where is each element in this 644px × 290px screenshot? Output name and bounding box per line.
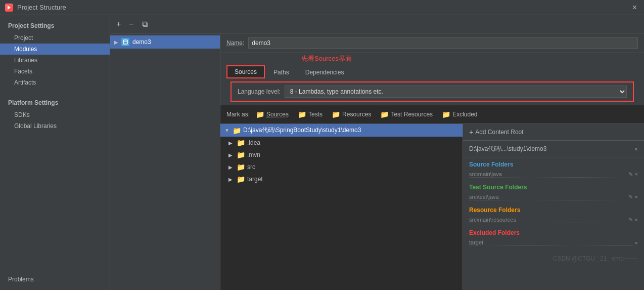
tree-item-mvn[interactable]: ▶ 📁 .mvn <box>220 149 463 161</box>
target-expand-arrow: ▶ <box>228 177 235 182</box>
sidebar-item-global-libraries[interactable]: Global Libraries <box>0 120 110 132</box>
mvn-expand-arrow: ▶ <box>228 152 235 158</box>
src-label: src <box>247 163 255 171</box>
content-root-close[interactable]: × <box>634 146 638 153</box>
add-button[interactable]: + <box>114 19 123 30</box>
sidebar: Project Settings Project Modules Librari… <box>0 15 110 290</box>
middle-area: ▶ demo3 Name: 先看Source <box>110 33 644 290</box>
svg-marker-0 <box>8 6 11 10</box>
test-source-folder-actions: ✎ × <box>628 194 638 200</box>
tree-item-target[interactable]: ▶ 📁 target <box>220 173 463 185</box>
add-content-root-button[interactable]: + Add Content Root <box>469 128 524 136</box>
src-expand-arrow: ▶ <box>228 164 235 170</box>
idea-expand-arrow: ▶ <box>228 140 235 146</box>
source-folder-entry-0: src\main\java ✎ × <box>469 170 638 179</box>
name-input[interactable] <box>248 37 638 49</box>
resource-folders-title: Resource Folders <box>469 206 638 214</box>
language-level-row: Language level: 8 - Lambdas, type annota… <box>231 81 634 102</box>
app-icon <box>5 4 13 12</box>
test-source-folder-remove[interactable]: × <box>635 194 638 200</box>
copy-button[interactable]: ⧉ <box>140 19 150 30</box>
idea-label: .idea <box>247 139 260 146</box>
sources-icon: 📁 <box>256 110 264 118</box>
mark-test-resources-button[interactable]: 📁 Test Resources <box>377 109 436 119</box>
content-area: + − ⧉ ▶ demo3 Name: <box>110 15 644 290</box>
platform-settings-label: Platform Settings <box>0 96 110 109</box>
root-path: D:\java代码\SpringBootStudy\study1\demo3 <box>243 126 361 135</box>
module-list: ▶ demo3 <box>110 33 220 290</box>
resource-folders-section: Resource Folders src\main\resources ✎ × <box>463 203 644 226</box>
tabs-row: Sources Paths Dependencies <box>220 63 644 78</box>
tree-item-src[interactable]: ▶ 📁 src <box>220 161 463 173</box>
tab-paths[interactable]: Paths <box>266 66 297 78</box>
toolbar: + − ⧉ <box>110 15 644 33</box>
excluded-folders-title: Excluded Folders <box>469 229 638 236</box>
sidebar-item-problems[interactable]: Problems <box>0 273 110 286</box>
excluded-folder-entry-0: target × <box>469 238 638 247</box>
resources-icon: 📁 <box>332 110 340 118</box>
test-source-folders-title: Test Source Folders <box>469 184 638 191</box>
test-source-folders-section: Test Source Folders src\test\java ✎ × <box>463 181 644 203</box>
sidebar-divider <box>0 88 110 92</box>
svg-rect-1 <box>123 40 127 44</box>
info-header: + Add Content Root <box>463 124 644 141</box>
mark-sources-button[interactable]: 📁 Sources <box>253 109 292 119</box>
resource-folder-edit[interactable]: ✎ <box>628 217 633 223</box>
source-folder-edit[interactable]: ✎ <box>628 171 633 178</box>
target-label: target <box>247 176 263 183</box>
tab-dependencies[interactable]: Dependencies <box>298 66 352 78</box>
source-folder-remove[interactable]: × <box>635 171 638 178</box>
sidebar-item-facets[interactable]: Facets <box>0 66 110 77</box>
tests-icon: 📁 <box>298 110 306 118</box>
resource-folder-path: src\main\resources <box>469 217 626 223</box>
csdn-watermark: CSDN @CTGU_ 21_ emo~~~~ <box>463 249 644 268</box>
mvn-folder-icon: 📁 <box>237 151 245 159</box>
lang-level-select[interactable]: 8 - Lambdas, type annotations etc. 7 - D… <box>285 86 627 98</box>
source-folders-section: Source Folders src\main\java ✎ × <box>463 158 644 181</box>
sidebar-item-artifacts[interactable]: Artifacts <box>0 77 110 88</box>
mark-resources-button[interactable]: 📁 Resources <box>329 109 374 119</box>
source-folder-actions: ✎ × <box>628 171 638 178</box>
sidebar-item-project[interactable]: Project <box>0 32 110 44</box>
module-item-demo3[interactable]: ▶ demo3 <box>110 35 220 49</box>
mark-as-label: Mark as: <box>226 111 250 118</box>
source-folders-title: Source Folders <box>469 161 638 168</box>
window-title: Project Structure <box>17 4 66 11</box>
mark-tests-button[interactable]: 📁 Tests <box>295 109 326 119</box>
excluded-folder-actions: × <box>635 240 638 246</box>
sidebar-item-modules[interactable]: Modules <box>0 44 110 55</box>
src-folder-icon: 📁 <box>237 163 245 171</box>
target-folder-icon: 📁 <box>237 175 245 183</box>
close-button[interactable]: × <box>630 3 639 12</box>
add-plus-icon: + <box>469 128 473 136</box>
tree-item-idea[interactable]: ▶ 📁 .idea <box>220 137 463 149</box>
project-settings-label: Project Settings <box>0 19 110 32</box>
name-row: Name: <box>220 33 644 53</box>
sidebar-item-sdks[interactable]: SDKs <box>0 109 110 120</box>
mvn-label: .mvn <box>247 151 260 158</box>
test-source-folder-path: src\test\java <box>469 194 626 200</box>
resource-folder-actions: ✎ × <box>628 217 638 223</box>
tab-sources[interactable]: Sources <box>226 65 265 78</box>
excluded-folder-path: target <box>469 239 633 246</box>
test-source-folder-entry-0: src\test\java ✎ × <box>469 193 638 201</box>
expand-arrow: ▶ <box>114 39 118 45</box>
test-source-folder-edit[interactable]: ✎ <box>628 194 633 200</box>
mark-as-row: Mark as: 📁 Sources 📁 Tests 📁 Resources <box>220 105 644 124</box>
sidebar-item-libraries[interactable]: Libraries <box>0 55 110 66</box>
mark-excluded-button[interactable]: 📁 Excluded <box>439 109 480 119</box>
source-folder-path: src\main\java <box>469 171 626 178</box>
excluded-folder-remove[interactable]: × <box>635 240 638 246</box>
main-container: Project Settings Project Modules Librari… <box>0 15 644 290</box>
annotation-sources: 先看Sources界面 <box>301 54 352 63</box>
file-tree: ▼ 📁 D:\java代码\SpringBootStudy\study1\dem… <box>220 124 463 290</box>
excluded-icon: 📁 <box>442 110 450 118</box>
content-root-path: D:\java代码\...\study1\demo3 <box>469 145 546 153</box>
module-name: demo3 <box>132 38 151 46</box>
resource-folder-entry-0: src\main\resources ✎ × <box>469 216 638 224</box>
remove-button[interactable]: − <box>127 19 135 30</box>
resource-folder-remove[interactable]: × <box>635 217 638 223</box>
title-bar: Project Structure × <box>0 0 644 15</box>
tree-root[interactable]: ▼ 📁 D:\java代码\SpringBootStudy\study1\dem… <box>220 124 463 137</box>
root-folder-icon: 📁 <box>233 127 241 135</box>
